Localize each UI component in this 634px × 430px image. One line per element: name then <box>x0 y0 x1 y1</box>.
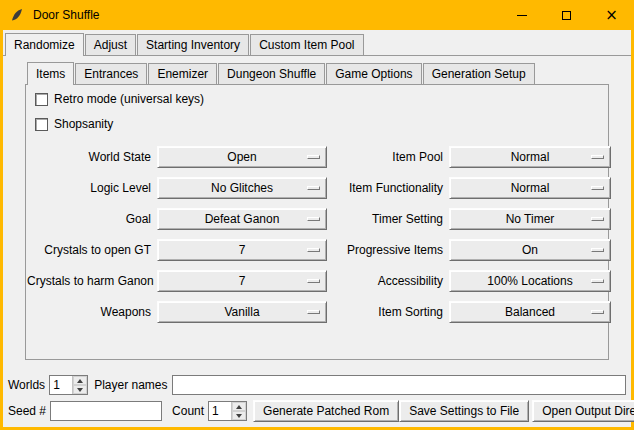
player-names-input[interactable] <box>172 375 627 395</box>
spin-up-button[interactable] <box>232 402 246 411</box>
save-settings-button[interactable]: Save Settings to File <box>399 400 529 422</box>
generate-patched-rom-button[interactable]: Generate Patched Rom <box>253 400 399 422</box>
tab-items[interactable]: Items <box>27 62 74 85</box>
door-shuffle-window: Door Shuffle × Randomize Adjust Starting… <box>0 0 634 430</box>
timer-setting-dropdown[interactable]: No Timer <box>449 208 611 230</box>
inner-notebook: Items Entrances Enemizer Dungeon Shuffle… <box>25 62 609 360</box>
weapons-label: Weapons <box>27 305 151 319</box>
tab-adjust[interactable]: Adjust <box>85 34 136 55</box>
timer-setting-value: No Timer <box>506 212 555 226</box>
progressive-items-value: On <box>522 243 538 257</box>
worlds-spinbox[interactable] <box>49 375 88 395</box>
optionmenu-indicator-icon <box>591 186 604 190</box>
optionmenu-indicator-icon <box>591 279 604 283</box>
app-icon <box>9 7 25 23</box>
crystals-open-gt-dropdown[interactable]: 7 <box>157 239 327 261</box>
open-output-directory-button[interactable]: Open Output Directory <box>532 400 634 422</box>
item-functionality-value: Normal <box>511 181 550 195</box>
seed-row: Seed # Count Generate Patched Rom Save S… <box>8 400 626 422</box>
spin-up-icon <box>77 379 83 383</box>
spin-up-button[interactable] <box>73 376 87 385</box>
tab-game-options[interactable]: Game Options <box>326 63 421 84</box>
outer-tab-bar: Randomize Adjust Starting Inventory Cust… <box>3 30 631 55</box>
count-input[interactable] <box>209 402 231 420</box>
count-label: Count <box>172 404 204 418</box>
client-area: Randomize Adjust Starting Inventory Cust… <box>3 30 631 427</box>
spin-up-icon <box>236 405 242 409</box>
logic-level-dropdown[interactable]: No Glitches <box>157 177 327 199</box>
worlds-row: Worlds Player names <box>8 375 626 395</box>
caption-buttons: × <box>499 0 634 30</box>
item-functionality-dropdown[interactable]: Normal <box>449 177 611 199</box>
spin-down-icon <box>77 388 83 392</box>
crystals-open-gt-label: Crystals to open GT <box>27 243 151 257</box>
items-pane: Retro mode (universal keys) Shopsanity W… <box>25 84 609 360</box>
logic-level-value: No Glitches <box>211 181 273 195</box>
tab-custom-item-pool[interactable]: Custom Item Pool <box>250 34 363 55</box>
maximize-icon <box>562 11 571 20</box>
world-state-dropdown[interactable]: Open <box>157 146 327 168</box>
spin-arrows <box>72 376 87 394</box>
retro-mode-label: Retro mode (universal keys) <box>54 92 204 106</box>
goal-value: Defeat Ganon <box>205 212 280 226</box>
spin-down-button[interactable] <box>232 411 246 420</box>
optionmenu-indicator-icon <box>307 186 320 190</box>
progressive-items-dropdown[interactable]: On <box>449 239 611 261</box>
close-icon: × <box>605 8 618 23</box>
tab-dungeon-shuffle[interactable]: Dungeon Shuffle <box>218 63 325 84</box>
worlds-input[interactable] <box>50 376 72 394</box>
shopsanity-label: Shopsanity <box>54 117 113 131</box>
timer-setting-label: Timer Setting <box>333 212 443 226</box>
minimize-icon <box>517 15 527 16</box>
item-sorting-dropdown[interactable]: Balanced <box>449 301 611 323</box>
tab-enemizer[interactable]: Enemizer <box>148 63 217 84</box>
window-title: Door Shuffle <box>33 8 100 22</box>
tab-starting-inventory[interactable]: Starting Inventory <box>137 34 249 55</box>
shopsanity-checkbox[interactable]: Shopsanity <box>35 116 607 132</box>
world-state-value: Open <box>227 150 256 164</box>
logic-level-label: Logic Level <box>27 181 151 195</box>
item-pool-label: Item Pool <box>333 150 443 164</box>
player-names-label: Player names <box>94 378 167 392</box>
worlds-label: Worlds <box>8 378 45 392</box>
spin-down-button[interactable] <box>73 385 87 394</box>
count-spinbox[interactable] <box>208 401 247 421</box>
seed-input[interactable] <box>50 401 162 421</box>
checkbox-icon <box>35 93 48 106</box>
optionmenu-indicator-icon <box>591 310 604 314</box>
optionmenu-indicator-icon <box>307 279 320 283</box>
optionmenu-indicator-icon <box>307 248 320 252</box>
optionmenu-indicator-icon <box>591 217 604 221</box>
tab-generation-setup[interactable]: Generation Setup <box>423 63 535 84</box>
inner-tab-bar: Items Entrances Enemizer Dungeon Shuffle… <box>25 62 609 84</box>
item-functionality-label: Item Functionality <box>333 181 443 195</box>
minimize-button[interactable] <box>499 0 544 30</box>
crystals-harm-ganon-dropdown[interactable]: 7 <box>157 270 327 292</box>
crystals-harm-ganon-value: 7 <box>239 274 246 288</box>
item-pool-dropdown[interactable]: Normal <box>449 146 611 168</box>
weapons-dropdown[interactable]: Vanilla <box>157 301 327 323</box>
tab-entrances[interactable]: Entrances <box>75 63 147 84</box>
weapons-value: Vanilla <box>224 305 259 319</box>
goal-dropdown[interactable]: Defeat Ganon <box>157 208 327 230</box>
checkbox-icon <box>35 118 48 131</box>
spin-arrows <box>231 402 246 420</box>
item-sorting-label: Item Sorting <box>333 305 443 319</box>
maximize-button[interactable] <box>544 0 589 30</box>
crystals-harm-ganon-label: Crystals to harm Ganon <box>27 274 151 288</box>
retro-mode-checkbox[interactable]: Retro mode (universal keys) <box>35 91 607 107</box>
accessibility-dropdown[interactable]: 100% Locations <box>449 270 611 292</box>
world-state-label: World State <box>27 150 151 164</box>
optionmenu-indicator-icon <box>591 248 604 252</box>
tab-randomize[interactable]: Randomize <box>5 33 84 56</box>
randomize-pane: Items Entrances Enemizer Dungeon Shuffle… <box>3 55 631 427</box>
accessibility-label: Accessibility <box>333 274 443 288</box>
titlebar: Door Shuffle × <box>0 0 634 30</box>
optionmenu-indicator-icon <box>307 155 320 159</box>
close-button[interactable]: × <box>589 0 634 30</box>
optionmenu-indicator-icon <box>307 310 320 314</box>
options-grid: World State Open Item Pool Normal Logic … <box>27 146 607 323</box>
item-sorting-value: Balanced <box>505 305 555 319</box>
seed-label: Seed # <box>8 404 46 418</box>
crystals-open-gt-value: 7 <box>239 243 246 257</box>
